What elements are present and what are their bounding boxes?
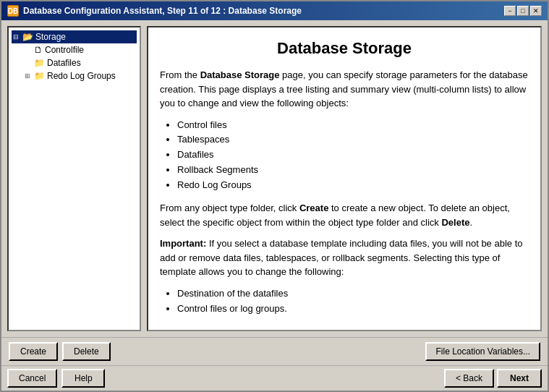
back-button[interactable]: < Back (444, 369, 494, 388)
help-button[interactable]: Help (61, 369, 105, 388)
cancel-button[interactable]: Cancel (7, 369, 57, 388)
objects-list: Control files Tablespaces Datafiles Roll… (177, 118, 529, 193)
close-button[interactable]: ✕ (530, 6, 542, 16)
bold-important: Important: (160, 238, 206, 249)
create-delete-buttons: Create Delete (9, 342, 111, 361)
tree-folder-icon: 📂 (22, 32, 33, 42)
tree-item-controlfile[interactable]: 🗋 Controlfile (23, 43, 137, 56)
minimize-button[interactable]: − (504, 6, 516, 16)
cancel-help-buttons: Cancel Help (7, 369, 105, 388)
tree-children: 🗋 Controlfile 📁 Datafiles ⊞ 📁 Redo Log G… (12, 43, 137, 82)
tree-panel: ⊟ 📂 Storage 🗋 Controlfile 📁 Datafiles ⊞ (7, 26, 141, 331)
redo-label: Redo Log Groups (47, 71, 116, 81)
list-item: Rollback Segments (177, 163, 529, 178)
right-panel: Database Storage From the Database Stora… (147, 26, 542, 331)
tree-root-label: Storage (35, 32, 66, 42)
delete-button[interactable]: Delete (62, 342, 111, 361)
app-icon: DB (7, 5, 19, 17)
list-item-dest: Destination of the datafiles (177, 286, 529, 302)
list-item: Tablespaces (177, 132, 529, 148)
window-title: Database Configuration Assistant, Step 1… (23, 6, 302, 16)
expand-redo-icon: ⊞ (25, 72, 32, 80)
page-heading: Database Storage (160, 39, 529, 58)
next-button[interactable]: Next (497, 369, 542, 388)
title-bar-left: DB Database Configuration Assistant, Ste… (7, 5, 302, 17)
datafiles-icon: 📁 (34, 58, 45, 68)
nav-bar: Cancel Help < Back Next (1, 365, 548, 391)
file-location-area: File Location Variables... (425, 342, 540, 361)
list-item: Datafiles (177, 148, 529, 163)
create-delete-paragraph: From any object type folder, click Creat… (160, 201, 529, 229)
title-bar: DB Database Configuration Assistant, Ste… (1, 1, 548, 20)
list-item-ctrl: Control files or log groups. (177, 302, 529, 317)
change-list: Destination of the datafiles Control fil… (177, 286, 529, 317)
bold-storage: Database Storage (200, 69, 280, 80)
controlfile-icon: 🗋 (34, 45, 43, 55)
file-location-button[interactable]: File Location Variables... (425, 342, 540, 361)
window-controls: − □ ✕ (504, 6, 542, 16)
tree-item-redo[interactable]: ⊞ 📁 Redo Log Groups (23, 69, 137, 82)
back-next-buttons: < Back Next (444, 369, 542, 388)
bold-delete: Delete (441, 217, 469, 228)
controlfile-label: Controlfile (45, 45, 84, 55)
tree-root[interactable]: ⊟ 📂 Storage (12, 30, 137, 43)
intro-paragraph: From the Database Storage page, you can … (160, 68, 529, 111)
expand-icon: ⊟ (13, 33, 20, 41)
redo-icon: 📁 (34, 71, 45, 81)
bold-create: Create (299, 203, 328, 213)
main-window: DB Database Configuration Assistant, Ste… (0, 0, 549, 392)
content-area: ⊟ 📂 Storage 🗋 Controlfile 📁 Datafiles ⊞ (1, 20, 548, 337)
datafiles-label: Datafiles (47, 58, 81, 68)
list-item: Redo Log Groups (177, 178, 529, 193)
create-button[interactable]: Create (9, 342, 58, 361)
maximize-button[interactable]: □ (517, 6, 529, 16)
action-bar: Create Delete File Location Variables... (1, 337, 548, 365)
list-item: Control files (177, 118, 529, 133)
important-paragraph: Important: If you select a database temp… (160, 237, 529, 279)
tree-item-datafiles[interactable]: 📁 Datafiles (23, 56, 137, 69)
